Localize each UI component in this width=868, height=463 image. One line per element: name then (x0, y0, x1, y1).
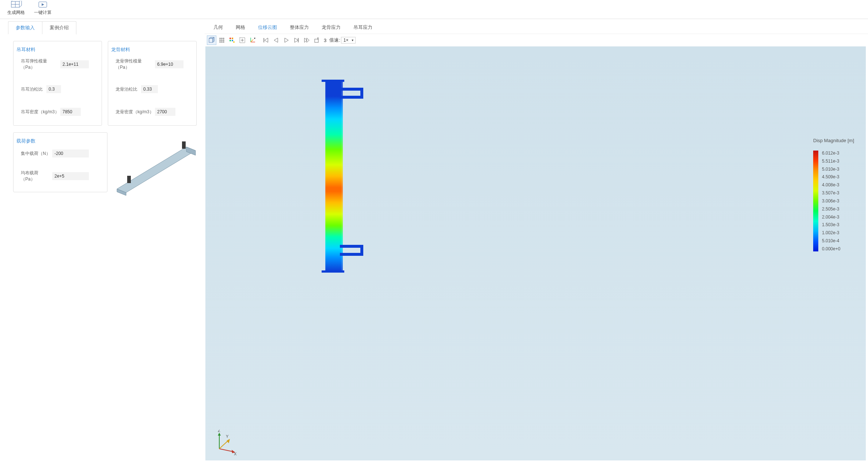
tab-lug-stress[interactable]: 吊耳应力 (347, 21, 379, 34)
last-frame-icon[interactable] (302, 35, 311, 45)
lug-poisson-input[interactable] (46, 85, 61, 93)
svg-line-4 (19, 1, 22, 1)
lug-density-input[interactable] (60, 108, 81, 116)
tab-mesh[interactable]: 网格 (229, 21, 252, 34)
lug-modulus-label: 吊耳弹性模量（Pa） (21, 58, 60, 71)
view-cube-icon[interactable] (207, 35, 216, 45)
legend-tick: 2.004e-3 (822, 215, 840, 220)
svg-line-63 (219, 441, 228, 449)
svg-text:Z: Z (218, 430, 220, 433)
tab-params[interactable]: 参数输入 (8, 21, 42, 34)
svg-rect-25 (232, 38, 233, 39)
legend-tick: 3.507e-3 (822, 190, 840, 196)
top-toolbar: 生成网格 一键计算 (0, 0, 868, 19)
svg-marker-9 (42, 3, 44, 6)
export-animation-icon[interactable] (312, 35, 322, 45)
svg-rect-47 (325, 81, 327, 271)
svg-rect-49 (340, 88, 363, 91)
viewport-toolbar: ▼ 3 倍速: 1× (205, 34, 868, 46)
card-load-params: 载荷参数 集中载荷（N） 均布载荷（Pa） (13, 132, 107, 192)
legend-tick: 5.010e-3 (822, 167, 840, 172)
lug-density-label: 吊耳密度（kg/m3） (21, 109, 60, 115)
keel-material-title: 龙骨材料 (111, 46, 192, 53)
svg-rect-48 (341, 81, 343, 271)
svg-rect-46 (326, 81, 341, 271)
legend-title: Disp Magnitude [m] (813, 138, 854, 143)
tab-case-intro[interactable]: 案例介绍 (42, 21, 76, 34)
legend-tick: 0.000e+0 (822, 246, 840, 251)
legend-tick: 3.006e-3 (822, 198, 840, 204)
svg-marker-38 (274, 38, 278, 42)
svg-rect-14 (127, 176, 131, 183)
viewport-3d[interactable]: Disp Magnitude [m] 6.012e-35.511e-35.010… (205, 46, 866, 460)
legend-tick: 4.509e-3 (822, 174, 840, 179)
speed-select[interactable]: 1× (341, 37, 356, 43)
legend-tick: 1.503e-3 (822, 222, 840, 227)
svg-marker-37 (265, 38, 268, 42)
keel-density-input[interactable] (155, 108, 175, 116)
lug-modulus-input[interactable] (60, 60, 89, 68)
keel-poisson-input[interactable] (141, 85, 158, 93)
svg-line-60 (219, 449, 233, 452)
tab-displacement[interactable]: 位移云图 (251, 21, 284, 34)
keel-poisson-label: 龙骨泊松比 (115, 86, 141, 92)
displacement-contour (319, 67, 381, 282)
point-load-input[interactable] (52, 149, 89, 158)
keel-modulus-input[interactable] (155, 60, 183, 68)
speed-label: 倍速: (329, 37, 340, 43)
one-click-calc-label: 一键计算 (34, 10, 52, 16)
svg-rect-15 (209, 38, 213, 42)
tab-keel-stress[interactable]: 龙骨应力 (315, 21, 347, 34)
axes-toggle-icon[interactable]: ▼ (248, 35, 257, 45)
svg-marker-64 (227, 439, 230, 443)
grid-toggle-icon[interactable] (217, 35, 227, 45)
svg-point-28 (233, 41, 235, 43)
dist-load-label: 均布载荷（Pa） (21, 170, 52, 182)
generate-mesh-button[interactable]: 生成网格 (7, 1, 25, 16)
model-preview (113, 132, 201, 198)
lug-poisson-label: 吊耳泊松比 (21, 86, 46, 92)
svg-text:▼: ▼ (254, 37, 256, 39)
legend-tick: 2.505e-3 (822, 206, 840, 212)
dist-load-input[interactable] (52, 172, 89, 180)
legend-tick: 5.010e-4 (822, 238, 840, 243)
tab-overall-stress[interactable]: 整体应力 (283, 21, 315, 34)
svg-rect-24 (230, 38, 231, 39)
generate-mesh-label: 生成网格 (7, 10, 25, 16)
frame-number: 3 (324, 38, 326, 43)
keel-density-label: 龙骨密度（kg/m3） (115, 109, 155, 115)
svg-rect-54 (360, 245, 363, 256)
svg-rect-27 (232, 40, 233, 41)
keel-modulus-label: 龙骨弹性模量（Pa） (115, 58, 155, 71)
fit-view-icon[interactable] (238, 35, 247, 45)
legend-tick: 4.008e-3 (822, 182, 840, 187)
svg-rect-56 (322, 270, 344, 273)
first-frame-icon[interactable] (261, 35, 270, 45)
svg-text:Y: Y (226, 434, 229, 439)
svg-rect-50 (340, 96, 363, 99)
svg-marker-10 (117, 147, 196, 193)
left-panel: 参数输入 案例介绍 吊耳材料 吊耳弹性模量（Pa） 吊耳泊松比 吊耳密度（kg/… (0, 19, 205, 463)
svg-line-34 (251, 39, 253, 42)
prev-frame-icon[interactable] (271, 35, 281, 45)
tab-geometry[interactable]: 几何 (207, 21, 230, 34)
legend-tick: 1.002e-3 (822, 230, 840, 235)
card-keel-material: 龙骨材料 龙骨弹性模量（Pa） 龙骨泊松比 龙骨密度（kg/m3） (108, 41, 197, 126)
svg-marker-40 (295, 38, 298, 42)
svg-marker-58 (218, 433, 221, 436)
legend-options-icon[interactable] (227, 35, 237, 45)
svg-marker-39 (285, 38, 288, 42)
one-click-calc-button[interactable]: 一键计算 (34, 1, 52, 16)
play-icon[interactable] (281, 35, 291, 45)
next-frame-icon[interactable] (292, 35, 301, 45)
svg-rect-26 (230, 40, 231, 41)
axis-triad: Z X Y (213, 430, 238, 455)
svg-line-5 (19, 5, 22, 7)
card-lug-material: 吊耳材料 吊耳弹性模量（Pa） 吊耳泊松比 吊耳密度（kg/m3） (13, 41, 102, 126)
legend-tick: 5.511e-3 (822, 159, 840, 164)
load-title: 载荷参数 (16, 138, 103, 144)
color-legend: Disp Magnitude [m] 6.012e-35.511e-35.010… (813, 138, 854, 251)
svg-text:X: X (234, 452, 237, 455)
lug-material-title: 吊耳材料 (16, 46, 97, 53)
legend-tick: 6.012e-3 (822, 151, 840, 156)
